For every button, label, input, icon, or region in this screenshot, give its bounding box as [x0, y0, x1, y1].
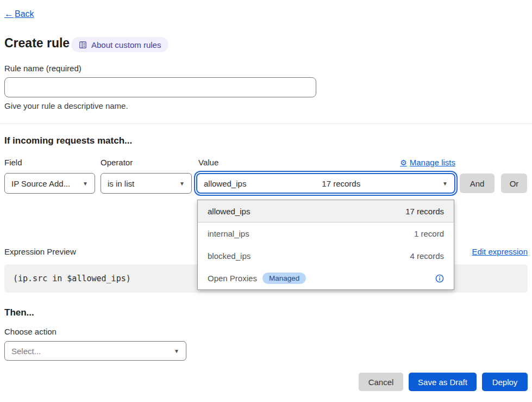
back-link[interactable]: ← Back	[4, 9, 34, 20]
expression-preview-label: Expression Preview	[4, 247, 76, 256]
managed-badge: Managed	[262, 273, 306, 284]
section-divider	[0, 123, 532, 124]
info-icon[interactable]	[435, 274, 444, 283]
list-name: Open Proxies	[208, 274, 257, 283]
and-button[interactable]: And	[460, 174, 495, 193]
list-option-open-proxies[interactable]: Open Proxies Managed	[198, 267, 454, 289]
edit-expression-link[interactable]: Edit expression	[472, 247, 528, 256]
action-select-placeholder: Select...	[11, 347, 41, 356]
manage-lists-link[interactable]: ⚙ Manage lists	[400, 158, 455, 167]
deploy-button[interactable]: Deploy	[482, 373, 528, 391]
lists-dropdown: allowed_ips 17 records internal_ips 1 re…	[197, 200, 454, 290]
value-select[interactable]: allowed_ips 17 records ▼	[196, 173, 455, 194]
list-option-blocked-ips[interactable]: blocked_ips 4 records	[198, 245, 454, 267]
field-select[interactable]: IP Source Add... ▼	[4, 173, 95, 194]
operator-label: Operator	[101, 158, 133, 167]
list-name: allowed_ips	[208, 207, 250, 216]
about-custom-rules-link[interactable]: About custom rules	[71, 37, 168, 52]
field-label: Field	[4, 158, 22, 167]
then-section-title: Then...	[4, 307, 34, 318]
value-select-count: 17 records	[322, 179, 367, 188]
list-count: 17 records	[405, 207, 444, 216]
manage-lists-label: Manage lists	[410, 158, 455, 167]
list-name: internal_ips	[208, 229, 249, 238]
page-title: Create rule	[4, 36, 70, 51]
arrow-left-icon: ←	[4, 9, 14, 20]
rule-name-input[interactable]	[4, 77, 316, 97]
list-option-allowed-ips[interactable]: allowed_ips 17 records	[198, 200, 454, 222]
list-count: 4 records	[410, 251, 444, 261]
list-count: 1 record	[414, 229, 444, 238]
badge-label: About custom rules	[91, 40, 161, 50]
value-label: Value	[198, 158, 218, 167]
operator-select-value: is in list	[108, 179, 134, 188]
book-icon	[79, 41, 87, 49]
list-option-internal-ips[interactable]: internal_ips 1 record	[198, 222, 454, 245]
chevron-down-icon: ▼	[179, 181, 185, 187]
chevron-down-icon: ▼	[83, 181, 88, 187]
rule-name-helper: Give your rule a descriptive name.	[4, 101, 128, 110]
create-rule-page: ← Back Create rule About custom rules Ru…	[0, 0, 532, 402]
save-as-draft-button[interactable]: Save as Draft	[409, 373, 477, 391]
expression-code: (ip.src in $allowed_ips)	[13, 274, 131, 283]
value-select-value: allowed_ips	[204, 179, 246, 188]
chevron-down-icon: ▼	[174, 348, 179, 354]
back-label: Back	[15, 9, 34, 19]
choose-action-label: Choose action	[4, 327, 57, 336]
operator-select[interactable]: is in list ▼	[101, 173, 192, 194]
gear-icon: ⚙	[400, 158, 407, 167]
field-select-value: IP Source Add...	[11, 179, 70, 188]
list-name: blocked_ips	[208, 251, 251, 261]
rule-name-label: Rule name (required)	[4, 64, 82, 73]
match-section-title: If incoming requests match...	[4, 135, 132, 146]
or-button[interactable]: Or	[501, 174, 527, 193]
cancel-button[interactable]: Cancel	[359, 373, 403, 391]
chevron-down-icon: ▼	[442, 181, 448, 187]
action-select[interactable]: Select... ▼	[4, 341, 186, 361]
